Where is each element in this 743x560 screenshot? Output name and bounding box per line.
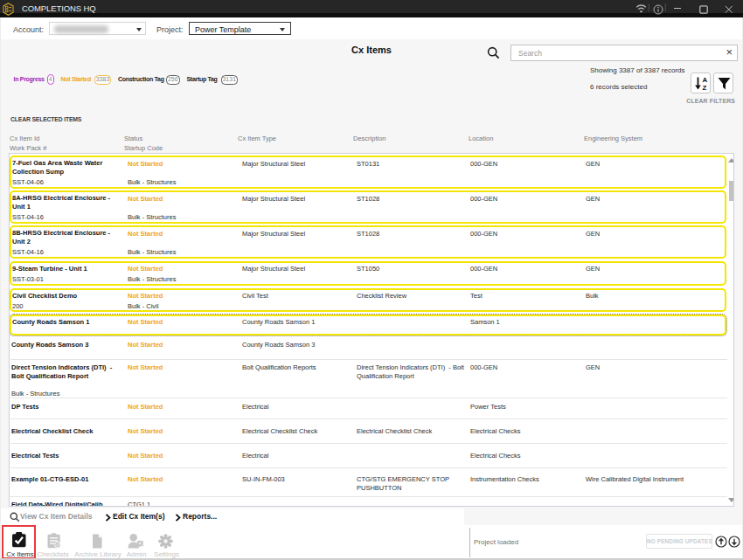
- svg-text:A: A: [703, 76, 708, 84]
- svg-text:Z: Z: [703, 84, 707, 91]
